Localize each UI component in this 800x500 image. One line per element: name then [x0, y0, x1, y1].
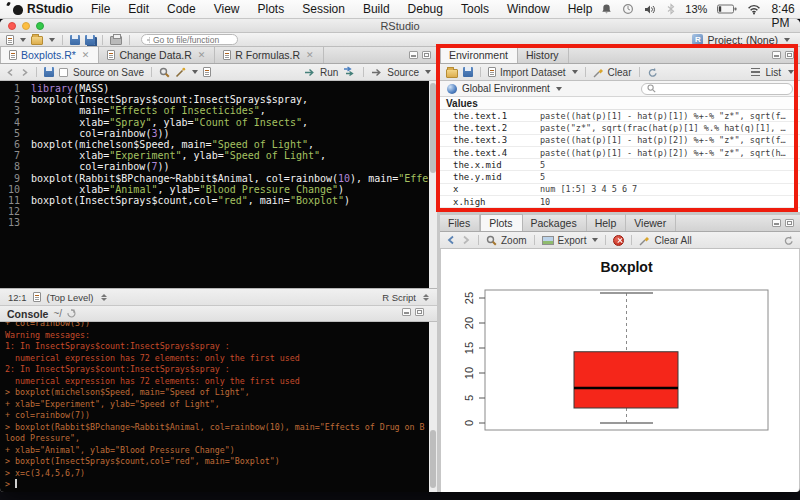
maximize-pane-icon[interactable] — [785, 219, 794, 227]
menu-help[interactable]: Help — [559, 0, 602, 18]
minimize-pane-icon[interactable] — [772, 51, 781, 59]
tab-help[interactable]: Help — [587, 214, 627, 231]
environment-object-row[interactable]: the.text.2paste("z*", sqrt(frac(hat(p)[1… — [440, 122, 800, 134]
save-workspace-icon[interactable] — [463, 67, 473, 77]
goto-file-search[interactable] — [141, 34, 238, 45]
save-icon[interactable] — [44, 67, 54, 77]
battery-icon[interactable] — [717, 4, 737, 14]
menu-clock[interactable]: Thu 8:46 PM — [771, 0, 794, 30]
menu-window[interactable]: Window — [498, 0, 559, 18]
code-line[interactable]: 1library(MASS) — [0, 83, 437, 94]
code-line[interactable]: 5 col=rainbow(3)) — [0, 128, 437, 139]
console-prompt[interactable]: > — [5, 479, 429, 491]
import-dataset-button[interactable]: Import Dataset — [488, 67, 578, 78]
code-line[interactable]: 4 xlab="Spray", ylab="Count of Insects", — [0, 117, 437, 128]
menu-code[interactable]: Code — [158, 0, 205, 18]
bluetooth-icon[interactable] — [667, 3, 675, 15]
remove-plot-button[interactable] — [613, 235, 624, 246]
next-plot-icon[interactable] — [461, 235, 471, 245]
console-header[interactable]: Console ~/ — [0, 306, 437, 322]
previous-plot-icon[interactable] — [446, 235, 456, 245]
maximize-pane-icon[interactable] — [785, 51, 794, 59]
code-line[interactable]: 13 — [0, 217, 437, 228]
console-output[interactable]: + col=rainbow(3))Warning messages:1: In … — [0, 322, 429, 492]
menu-file[interactable]: File — [82, 0, 119, 18]
clear-all-plots-button[interactable]: Clear All — [639, 235, 691, 246]
run-button[interactable]: Run — [304, 67, 338, 78]
doc-type-selector[interactable]: R Script — [382, 292, 429, 303]
tab-r-formulas-r[interactable]: R Formulas.R✕ — [215, 46, 323, 63]
timer-icon[interactable] — [622, 3, 634, 15]
minimize-pane-icon[interactable] — [772, 219, 781, 227]
console-scrollbar-thumb[interactable] — [430, 430, 436, 488]
open-in-window-icon[interactable] — [67, 309, 76, 318]
environment-object-row[interactable]: the.text.4paste((hat(p)[1] - hat(p)[2]) … — [440, 147, 800, 159]
tab-packages[interactable]: Packages — [523, 214, 587, 231]
wifi-icon[interactable] — [747, 4, 761, 15]
menu-app-rstudio[interactable]: RStudio — [18, 0, 82, 18]
clear-workspace-button[interactable]: Clear — [593, 67, 632, 78]
environment-scope-selector[interactable]: Global Environment — [462, 83, 562, 94]
volume-icon[interactable] — [644, 4, 657, 15]
bell-icon[interactable] — [601, 3, 612, 15]
menu-session[interactable]: Session — [293, 0, 354, 18]
env-display-mode[interactable]: List — [751, 67, 794, 78]
close-icon[interactable]: ✕ — [198, 50, 206, 60]
menu-view[interactable]: View — [205, 0, 249, 18]
zoom-plot-button[interactable]: Zoom — [486, 235, 527, 246]
print-button[interactable] — [110, 36, 122, 45]
open-file-button[interactable] — [31, 34, 55, 45]
code-line[interactable]: 9boxplot(Rabbit$BPchange~Rabbit$Animal, … — [0, 173, 437, 184]
code-line[interactable]: 12 — [0, 206, 437, 217]
tab-viewer[interactable]: Viewer — [626, 214, 676, 231]
scope-selector[interactable]: (Top Level) — [47, 292, 107, 303]
environment-object-row[interactable]: the.text.1paste((hat(p)[1] - hat(p)[1]) … — [440, 110, 800, 122]
close-icon[interactable]: ✕ — [82, 50, 90, 60]
minimize-pane-icon[interactable] — [409, 51, 418, 59]
code-line[interactable]: 11boxplot(InsectSprays$count,col="red", … — [0, 195, 437, 206]
save-button[interactable] — [70, 35, 80, 45]
minimize-pane-icon[interactable] — [402, 308, 411, 316]
editor-scrollbar[interactable] — [429, 81, 437, 288]
maximize-pane-icon[interactable] — [422, 51, 431, 59]
environment-object-row[interactable]: the.x.mid5 — [440, 159, 800, 171]
source-button[interactable]: Source — [371, 67, 431, 78]
find-icon[interactable] — [159, 67, 170, 78]
maximize-pane-icon[interactable] — [415, 308, 424, 316]
tab-plots[interactable]: Plots — [480, 214, 522, 231]
code-tools-button[interactable] — [175, 67, 198, 78]
code-editor[interactable]: 1library(MASS)2boxplot(InsectSprays$coun… — [0, 81, 437, 288]
tab-boxplots-r[interactable]: Boxplots.R*✕ — [0, 46, 99, 63]
new-file-button[interactable] — [6, 35, 26, 45]
goto-file-input[interactable] — [153, 35, 233, 45]
project-menu-button[interactable]: R Project: (None) — [692, 34, 794, 46]
editor-scrollbar-thumb[interactable] — [430, 83, 436, 173]
environment-object-row[interactable]: x.high10 — [440, 196, 800, 208]
menu-edit[interactable]: Edit — [119, 0, 158, 18]
code-line[interactable]: 2boxplot(InsectSprays$count:InsectSprays… — [0, 94, 437, 105]
tab-environment[interactable]: Environment — [440, 46, 518, 63]
code-line[interactable]: 10 xlab="Animal", ylab="Blood Pressure C… — [0, 184, 437, 195]
load-workspace-icon[interactable] — [446, 69, 458, 78]
code-line[interactable]: 7 xlab="Experiment", ylab="Speed of Ligh… — [0, 150, 437, 161]
close-icon[interactable]: ✕ — [306, 50, 314, 60]
save-all-button[interactable] — [85, 35, 95, 45]
code-line[interactable]: 3 main="Effects of Insecticides", — [0, 105, 437, 116]
environment-object-row[interactable]: the.text.3paste((hat(p)[1] - hat(p)[2]) … — [440, 135, 800, 147]
source-on-save-checkbox[interactable] — [59, 68, 68, 77]
tab-change-data-r[interactable]: Change Data.R✕ — [99, 46, 215, 63]
tab-files[interactable]: Files — [440, 214, 480, 231]
menu-tools[interactable]: Tools — [452, 0, 498, 18]
menu-debug[interactable]: Debug — [399, 0, 452, 18]
export-plot-button[interactable]: Export — [542, 235, 599, 246]
refresh-icon[interactable] — [647, 67, 658, 78]
rerun-button[interactable] — [343, 66, 356, 78]
environment-object-row[interactable]: xnum [1:5] 3 4 5 6 7 — [440, 184, 800, 196]
environment-search-box[interactable] — [641, 83, 793, 95]
tab-history[interactable]: History — [518, 46, 569, 63]
compile-notebook-icon[interactable] — [203, 67, 211, 77]
back-icon[interactable] — [6, 68, 15, 77]
forward-icon[interactable] — [20, 68, 29, 77]
code-line[interactable]: 6boxplot(michelson$Speed, main="Speed of… — [0, 139, 437, 150]
code-line[interactable]: 8 col=rainbow(7)) — [0, 161, 437, 172]
